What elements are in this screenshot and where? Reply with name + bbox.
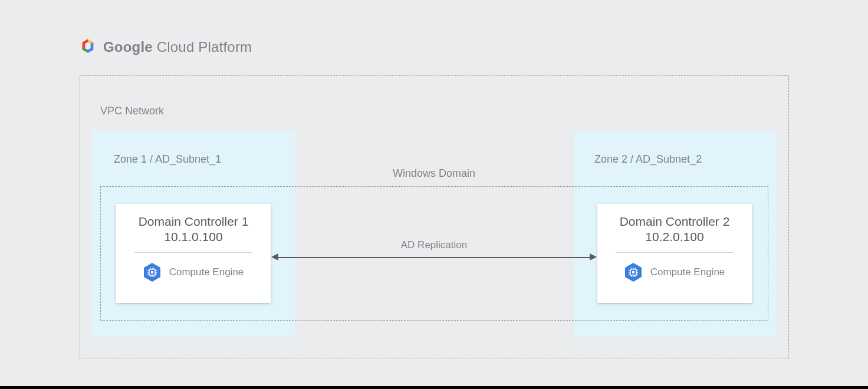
divider (616, 252, 734, 253)
vpc-network-label: VPC Network (100, 105, 164, 117)
dc1-service-label: Compute Engine (169, 266, 244, 278)
gcp-logo: Google Cloud Platform (80, 38, 252, 57)
compute-engine-icon (624, 262, 642, 282)
diagram-canvas: Google Cloud Platform VPC Network Zone 1… (0, 0, 868, 386)
divider (134, 252, 252, 253)
gcp-hexagon-icon (80, 38, 96, 57)
windows-domain-label: Windows Domain (0, 167, 868, 180)
arrow-head-left-icon (271, 253, 278, 261)
compute-engine-icon (143, 262, 161, 282)
svg-rect-2 (151, 271, 153, 273)
dc2-title: Domain Controller 2 (620, 215, 730, 229)
domain-controller-1-card: Domain Controller 1 10.1.0.100 (116, 204, 271, 303)
ad-replication-label: AD Replication (0, 239, 868, 251)
dc2-service-row: Compute Engine (624, 262, 725, 282)
gcp-title-bold: Google (103, 39, 153, 55)
gcp-title-light: Cloud Platform (153, 39, 252, 55)
arrow-head-right-icon (590, 253, 597, 261)
gcp-title: Google Cloud Platform (103, 39, 252, 55)
svg-rect-17 (632, 271, 634, 273)
dc1-service-row: Compute Engine (143, 262, 244, 282)
dc2-service-label: Compute Engine (650, 266, 725, 278)
zone-2-label: Zone 2 / AD_Subnet_2 (594, 153, 702, 166)
zone-1-label: Zone 1 / AD_Subnet_1 (114, 153, 221, 166)
replication-arrow-line (277, 257, 591, 258)
domain-controller-2-card: Domain Controller 2 10.2.0.100 (597, 204, 752, 303)
dc1-title: Domain Controller 1 (139, 215, 249, 229)
